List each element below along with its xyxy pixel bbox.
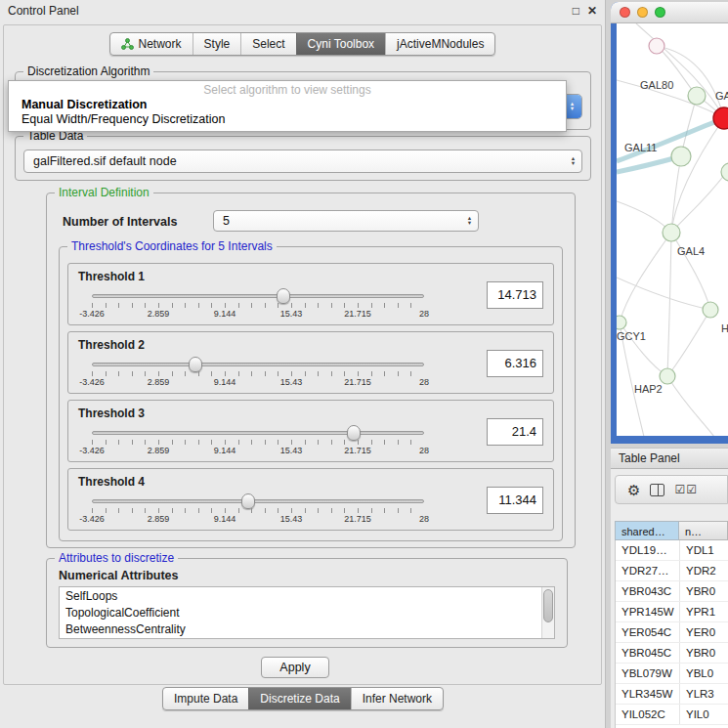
network-icon: [121, 38, 134, 50]
attributes-listbox[interactable]: SelfLoopsTopologicalCoefficientBetweenne…: [59, 586, 555, 639]
table-row[interactable]: YDL19…YDL1: [616, 540, 728, 561]
threshold-slider[interactable]: [92, 431, 424, 435]
threshold-slider[interactable]: [92, 499, 424, 503]
table-cell[interactable]: YDL1: [680, 540, 728, 560]
threshold-label: Threshold 3: [78, 407, 145, 420]
tab-impute-data[interactable]: Impute Data: [163, 688, 248, 709]
table-cell[interactable]: YER0: [680, 622, 728, 642]
select-all-check-icon[interactable]: ☑☑: [674, 484, 698, 495]
tab-select[interactable]: Select: [240, 33, 295, 55]
table-cell[interactable]: YBR0: [680, 643, 728, 663]
slider-scale-label: -3.426: [79, 514, 105, 524]
slider-scale-label: -3.426: [79, 309, 105, 319]
slider-scale-label: 28: [419, 309, 429, 319]
table-body: YDL19…YDL1YDR27…YDR2YBR043CYBR0YPR145WYP…: [615, 540, 728, 728]
algorithm-dropdown-popup: Select algorithm to view settings Manual…: [8, 80, 567, 132]
network-canvas[interactable]: GAL80 GA GAL11 GAL4 GCY1 HAP2 H: [617, 23, 728, 436]
attributes-group: Attributes to discretize Numerical Attri…: [46, 558, 568, 648]
threshold-value-field[interactable]: 11.344: [487, 487, 543, 514]
attribute-list-item[interactable]: SelfLoops: [60, 587, 554, 604]
attribute-list-item[interactable]: TopologicalCoefficient: [60, 604, 554, 621]
slider-scale-label: 21.715: [344, 377, 371, 387]
table-data-group: Table Data galFiltered.sif default node …: [15, 136, 591, 181]
attribute-list-item[interactable]: BetweennessCentrality: [60, 621, 554, 637]
table-cell[interactable]: YBL079W: [616, 664, 680, 683]
column-header-shared-name[interactable]: shared…: [615, 521, 679, 540]
table-cell[interactable]: YBR045C: [616, 643, 680, 663]
tab-jactivemnodules[interactable]: jActiveMNodules: [385, 33, 494, 55]
slider-scale-label: 2.859: [148, 377, 170, 387]
tab-discretize-data[interactable]: Discretize Data: [248, 688, 350, 709]
number-of-intervals-combobox[interactable]: 5 ▲▼: [213, 210, 479, 232]
table-row[interactable]: YDR27…YDR2: [616, 561, 728, 581]
table-row[interactable]: YBR043CYBR0: [616, 581, 728, 602]
scrollbar-thumb[interactable]: [543, 589, 553, 622]
node[interactable]: [617, 316, 626, 329]
slider-handle[interactable]: [277, 288, 290, 304]
float-window-icon[interactable]: □: [573, 4, 579, 18]
table-cell[interactable]: YPR1: [680, 602, 728, 621]
node-label: GAL4: [677, 245, 705, 257]
close-icon[interactable]: ✕: [587, 4, 597, 18]
table-cell[interactable]: YBL0: [680, 664, 728, 683]
number-of-intervals-value: 5: [223, 214, 230, 228]
tab-label: Select: [252, 37, 284, 51]
threshold-value-field[interactable]: 6.316: [487, 350, 543, 377]
table-cell[interactable]: YLR345W: [616, 684, 680, 704]
table-cell[interactable]: YLR3: [680, 684, 728, 704]
threshold-value-field[interactable]: 14.713: [487, 281, 543, 309]
slider-scale-label: 28: [419, 514, 429, 524]
tab-network[interactable]: Network: [110, 33, 193, 55]
slider-handle[interactable]: [241, 493, 255, 509]
slider-handle[interactable]: [189, 357, 202, 372]
slider-scale-label: 21.715: [344, 514, 371, 524]
table-cell[interactable]: YDL19…: [616, 540, 680, 560]
node-selected-red[interactable]: [713, 107, 728, 129]
tab-cyni-toolbox[interactable]: Cyni Toolbox: [296, 33, 385, 55]
slider-handle[interactable]: [347, 425, 361, 441]
node[interactable]: [663, 224, 680, 241]
node[interactable]: [671, 147, 691, 166]
table-cell[interactable]: YBR043C: [616, 581, 680, 601]
node[interactable]: [703, 302, 718, 318]
threshold-label: Threshold 2: [78, 338, 145, 352]
table-cell[interactable]: YER054C: [616, 622, 680, 642]
threshold-value-field[interactable]: 21.4: [487, 418, 543, 446]
combobox-stepper-icon[interactable]: ▲▼: [461, 211, 478, 231]
scrollbar[interactable]: [541, 587, 554, 638]
table-cell[interactable]: YPR145W: [616, 602, 680, 621]
tab-infer-network[interactable]: Infer Network: [351, 688, 443, 709]
column-header-name[interactable]: n…: [679, 521, 728, 540]
table-row[interactable]: YLR345WYLR3: [616, 684, 728, 705]
table-cell[interactable]: YDR27…: [616, 561, 680, 580]
table-row[interactable]: YIL052CYIL0: [616, 705, 728, 725]
threshold-slider[interactable]: [92, 294, 424, 298]
dropdown-item-equal-width-frequency[interactable]: Equal Width/Frequency Discretization: [9, 112, 566, 127]
node[interactable]: [649, 38, 664, 54]
columns-icon[interactable]: [650, 484, 664, 496]
table-row[interactable]: YER054CYER0: [616, 622, 728, 643]
table-row[interactable]: YBL079WYBL0: [616, 664, 728, 684]
gear-icon[interactable]: ⚙: [627, 483, 640, 497]
combobox-stepper-icon[interactable]: ▲▼: [565, 150, 581, 172]
node[interactable]: [688, 87, 706, 105]
node[interactable]: [660, 368, 675, 384]
table-cell[interactable]: YDR2: [680, 561, 728, 580]
minimize-traffic-light-icon[interactable]: [637, 7, 648, 18]
zoom-traffic-light-icon[interactable]: [655, 7, 665, 18]
table-row[interactable]: YPR145WYPR1: [616, 602, 728, 622]
table-cell[interactable]: YIL052C: [616, 705, 680, 724]
slider-ticks: [92, 508, 424, 513]
screen: Control Panel □ ✕: [0, 0, 728, 728]
table-data-combobox[interactable]: galFiltered.sif default node ▲▼: [23, 150, 582, 173]
tab-style[interactable]: Style: [193, 33, 241, 55]
table-row[interactable]: YBR045CYBR0: [616, 643, 728, 664]
threshold-label: Threshold 1: [78, 270, 145, 283]
table-cell[interactable]: YIL0: [680, 705, 728, 724]
apply-button[interactable]: Apply: [261, 657, 329, 678]
dropdown-item-manual-discretization[interactable]: Manual Discretization: [9, 98, 566, 112]
number-of-intervals-label: Number of Intervals: [63, 215, 177, 229]
threshold-slider[interactable]: [92, 363, 424, 366]
table-cell[interactable]: YBR0: [680, 581, 728, 601]
close-traffic-light-icon[interactable]: [620, 7, 630, 18]
